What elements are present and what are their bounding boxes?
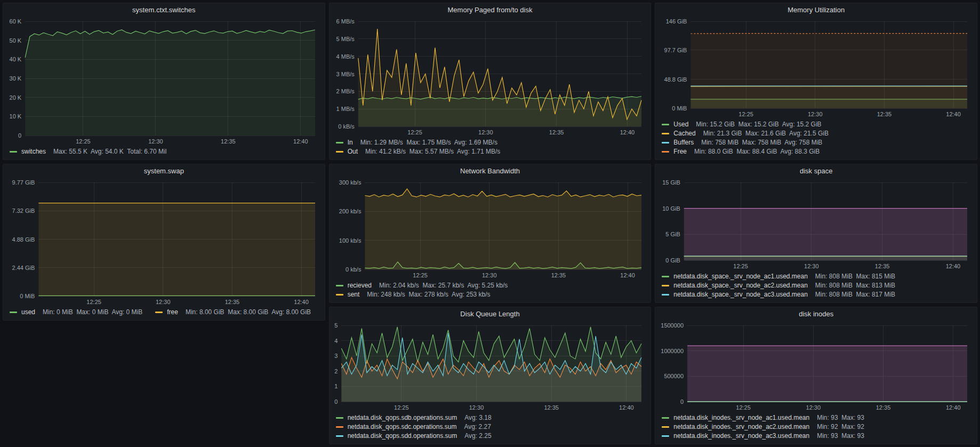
- series-color-dash-icon: [662, 426, 669, 428]
- svg-text:12:35: 12:35: [876, 404, 891, 411]
- legend-series-stats: Min: 41.2 kB/s Max: 5.57 MB/s Avg: 1.71 …: [365, 147, 500, 156]
- svg-text:12:30: 12:30: [478, 129, 493, 135]
- svg-text:12:30: 12:30: [806, 404, 821, 411]
- chart-system-swap[interactable]: 0 MiB2.44 GiB4.88 GiB7.32 GiB9.77 GiB12:…: [6, 178, 322, 307]
- svg-text:100 kb/s: 100 kb/s: [339, 237, 361, 244]
- chart-memory-paged[interactable]: 0 kB/s1 MB/s2 MB/s3 MB/s4 MB/s5 MB/s6 MB…: [333, 17, 648, 137]
- legend-series-name: netdata.disk_space._srv_node_ac2.used.me…: [673, 281, 808, 290]
- series-color-dash-icon: [662, 276, 669, 277]
- svg-text:12:25: 12:25: [407, 129, 422, 135]
- legend-item[interactable]: sentMin: 248 kb/s Max: 278 kb/s Avg: 253…: [336, 290, 645, 299]
- svg-text:3: 3: [334, 353, 338, 359]
- legend-series-name: In: [348, 138, 353, 147]
- svg-text:12:30: 12:30: [469, 404, 484, 411]
- panel-title-disk-queue-length[interactable]: Disk Queue Length: [333, 307, 648, 321]
- chart-disk-queue-length[interactable]: 01234512:2512:3012:3512:40: [333, 321, 648, 412]
- panel-title-network-bandwidth[interactable]: Network Bandwidth: [333, 164, 648, 178]
- legend-series-name: switches: [21, 147, 46, 156]
- legend-memory-utilization: UsedMin: 15.2 GiB Max: 15.2 GiB Avg: 15.…: [658, 119, 974, 157]
- svg-text:2.44 GiB: 2.44 GiB: [12, 265, 35, 271]
- series-color-dash-icon: [662, 142, 669, 143]
- chart-network-bandwidth[interactable]: 0 kb/s100 kb/s200 kb/s300 kb/s12:2512:30…: [333, 178, 648, 280]
- legend-item[interactable]: netdata.disk_qops.sdb.operations.sumAvg:…: [336, 413, 645, 422]
- svg-text:2 MB/s: 2 MB/s: [336, 88, 355, 94]
- svg-text:12:25: 12:25: [394, 404, 409, 411]
- legend-item[interactable]: netdata.disk_space._srv_node_ac3.used.me…: [662, 290, 970, 299]
- series-color-dash-icon: [662, 417, 669, 419]
- svg-text:12:35: 12:35: [225, 299, 240, 305]
- panel-title-memory-utilization[interactable]: Memory Utilization: [658, 3, 974, 17]
- legend-item[interactable]: netdata.disk_inodes._srv_node_ac1.used.m…: [662, 413, 970, 422]
- legend-series-stats: Min: 88.0 GiB Max: 88.4 GiB Avg: 88.3 Gi…: [694, 147, 820, 156]
- legend-item[interactable]: netdata.disk_qops.sdd.operations.sumAvg:…: [336, 432, 645, 440]
- svg-text:12:25: 12:25: [413, 272, 428, 278]
- svg-text:12:25: 12:25: [736, 404, 751, 411]
- chart-memory-utilization[interactable]: 0 MiB48.8 GiB97.7 GiB146 GiB12:2512:3012…: [658, 17, 974, 119]
- panel-title-memory-paged[interactable]: Memory Paged from/to disk: [333, 3, 648, 17]
- panel-disk-queue-length: Disk Queue Length 01234512:2512:3012:351…: [329, 307, 652, 444]
- legend-series-stats: Max: 55.5 K Avg: 54.0 K Total: 6.70 Mil: [53, 147, 166, 156]
- legend-item[interactable]: InMin: 1.29 MB/s Max: 1.75 MB/s Avg: 1.6…: [336, 138, 645, 147]
- chart-disk-inodes[interactable]: 05000001000000150000012:2512:3012:3512:4…: [658, 321, 974, 412]
- panel-title-system-ctxt-switches[interactable]: system.ctxt.switches: [6, 3, 322, 17]
- legend-series-name: Buffers: [673, 138, 694, 147]
- svg-text:12:25: 12:25: [739, 111, 754, 117]
- panel-title-disk-space[interactable]: disk space: [658, 164, 974, 178]
- legend-series-name: Cached: [673, 129, 695, 138]
- legend-series-name: netdata.disk_space._srv_node_ac1.used.me…: [673, 272, 808, 281]
- legend-series-stats: Min: 93 Max: 93: [817, 432, 864, 440]
- legend-item[interactable]: recievedMin: 2.04 kb/s Max: 25.7 kb/s Av…: [336, 281, 645, 290]
- svg-text:4: 4: [334, 338, 338, 344]
- chart-system-ctxt-switches[interactable]: 010 K20 K30 K40 K50 K60 K12:2512:3012:35…: [6, 17, 322, 146]
- legend-item[interactable]: netdata.disk_inodes._srv_node_ac3.used.m…: [662, 432, 970, 440]
- series-color-dash-icon: [662, 133, 669, 134]
- legend-item[interactable]: BuffersMin: 758 MiB Max: 758 MiB Avg: 75…: [662, 138, 970, 147]
- svg-text:12:30: 12:30: [148, 138, 163, 145]
- chart-disk-space[interactable]: 0 GiB5 GiB10 GiB15 GiB12:2512:3012:3512:…: [658, 178, 974, 271]
- panel-title-system-swap[interactable]: system.swap: [6, 164, 322, 178]
- svg-text:12:35: 12:35: [221, 138, 236, 145]
- series-color-dash-icon: [336, 285, 343, 286]
- series-color-dash-icon: [10, 151, 17, 153]
- legend-series-stats: Min: 92 Max: 92: [817, 422, 864, 431]
- legend-series-stats: Min: 8.00 GiB Max: 8.00 GiB Avg: 8.00 Gi…: [186, 308, 311, 316]
- legend-series-stats: Min: 93 Max: 93: [817, 413, 864, 422]
- series-color-dash-icon: [10, 312, 17, 313]
- svg-text:12:40: 12:40: [293, 138, 308, 145]
- svg-text:20 K: 20 K: [10, 94, 22, 101]
- legend-item[interactable]: switchesMax: 55.5 K Avg: 54.0 K Total: 6…: [10, 147, 166, 156]
- svg-text:200 kb/s: 200 kb/s: [339, 208, 361, 214]
- svg-text:1000000: 1000000: [661, 348, 684, 354]
- svg-text:12:40: 12:40: [620, 272, 635, 278]
- svg-text:1: 1: [334, 383, 338, 389]
- legend-item[interactable]: netdata.disk_qops.sdc.operations.sumAvg:…: [336, 422, 645, 431]
- legend-series-stats: Min: 248 kb/s Max: 278 kb/s Avg: 253 kb/…: [367, 290, 490, 299]
- svg-text:0: 0: [18, 132, 21, 139]
- series-color-dash-icon: [662, 435, 669, 437]
- svg-text:1500000: 1500000: [661, 322, 684, 329]
- svg-text:12:35: 12:35: [544, 404, 559, 411]
- legend-item[interactable]: UsedMin: 15.2 GiB Max: 15.2 GiB Avg: 15.…: [662, 120, 970, 129]
- legend-item[interactable]: OutMin: 41.2 kB/s Max: 5.57 MB/s Avg: 1.…: [336, 147, 645, 156]
- legend-series-name: free: [167, 308, 178, 316]
- legend-series-stats: Avg: 2.27: [464, 422, 491, 431]
- column-right: Memory Utilization 0 MiB48.8 GiB97.7 GiB…: [655, 3, 977, 444]
- legend-network-bandwidth: recievedMin: 2.04 kb/s Max: 25.7 kb/s Av…: [333, 280, 648, 300]
- svg-text:12:40: 12:40: [946, 263, 961, 269]
- legend-item[interactable]: FreeMin: 88.0 GiB Max: 88.4 GiB Avg: 88.…: [662, 147, 970, 156]
- legend-series-name: netdata.disk_qops.sdb.operations.sum: [348, 413, 457, 422]
- panel-title-disk-inodes[interactable]: disk inodes: [658, 307, 974, 321]
- svg-text:0 MiB: 0 MiB: [20, 293, 35, 299]
- series-color-dash-icon: [662, 285, 669, 286]
- legend-item[interactable]: netdata.disk_inodes._srv_node_ac2.used.m…: [662, 422, 970, 431]
- legend-item[interactable]: usedMin: 0 MiB Max: 0 MiB Avg: 0 MiB: [10, 308, 142, 316]
- svg-text:12:30: 12:30: [804, 263, 819, 269]
- svg-text:97.7 GiB: 97.7 GiB: [664, 47, 687, 53]
- series-color-dash-icon: [155, 312, 163, 313]
- legend-item[interactable]: netdata.disk_space._srv_node_ac2.used.me…: [662, 281, 970, 290]
- legend-series-stats: Min: 758 MiB Max: 758 MiB Avg: 758 MiB: [701, 138, 822, 147]
- legend-item[interactable]: freeMin: 8.00 GiB Max: 8.00 GiB Avg: 8.0…: [155, 308, 311, 316]
- legend-series-name: Out: [348, 147, 358, 156]
- legend-item[interactable]: CachedMin: 21.3 GiB Max: 21.6 GiB Avg: 2…: [662, 129, 970, 138]
- legend-item[interactable]: netdata.disk_space._srv_node_ac1.used.me…: [662, 272, 970, 281]
